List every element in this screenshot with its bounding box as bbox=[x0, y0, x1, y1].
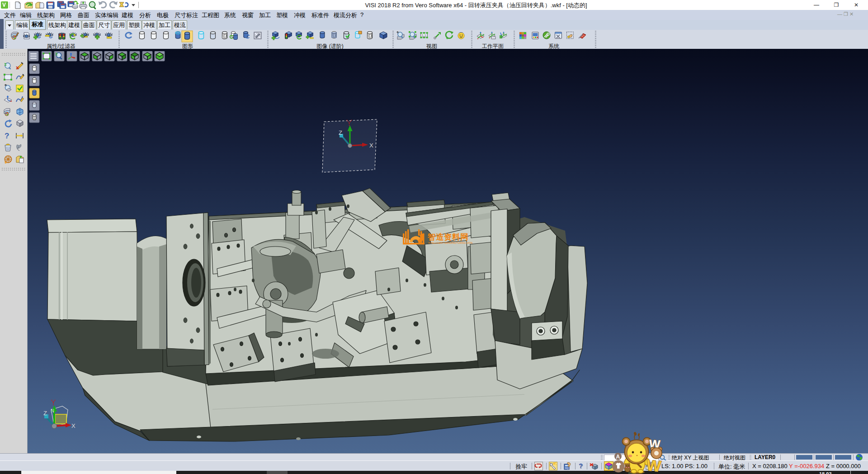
svg-text:Z: Z bbox=[43, 410, 47, 417]
svg-text:X: X bbox=[369, 142, 373, 149]
svg-text:W: W bbox=[646, 456, 662, 474]
svg-text:智造资料网: 智造资料网 bbox=[427, 232, 468, 242]
svg-text:HQ: HQ bbox=[565, 467, 569, 469]
svg-text:INTELLIGENT MANUFACTURING DATA: INTELLIGENT MANUFACTURING DATA bbox=[428, 242, 473, 244]
svg-text:1:1: 1:1 bbox=[422, 34, 426, 37]
svg-text:?: ? bbox=[5, 132, 9, 140]
svg-text:A: A bbox=[616, 454, 620, 460]
svg-text:N: N bbox=[51, 408, 54, 413]
svg-text:Z: Z bbox=[339, 129, 342, 136]
svg-text:X: X bbox=[71, 422, 75, 429]
